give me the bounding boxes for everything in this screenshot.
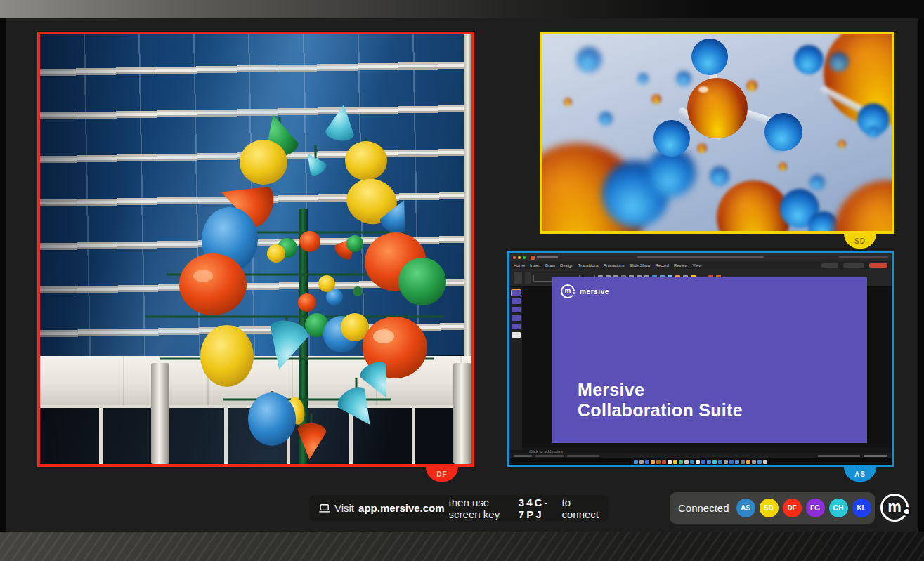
ppt-titlebar (509, 253, 892, 261)
dock-app-icon (684, 460, 689, 464)
dock-app-icon (735, 460, 739, 464)
user-badge-fg: FG (806, 499, 825, 517)
shared-pane-molecules[interactable] (540, 32, 894, 234)
connected-users: ASSDDFFGGHKL (736, 499, 871, 517)
user-badge-as: AS (736, 499, 755, 517)
dock-app-icon (656, 460, 661, 464)
dock-app-icon (673, 460, 677, 464)
dock-app-icon (668, 460, 672, 464)
dock-app-icon (707, 460, 711, 464)
ambient-top-band (0, 0, 924, 18)
slide-thumbnail-2 (512, 298, 521, 304)
mersive-logo-icon: m (561, 284, 575, 298)
paste-button (514, 272, 522, 284)
slide-thumbnail-1 (512, 290, 521, 296)
titlebar-search-field (839, 256, 888, 258)
ppt-ribbon-tab-row: HomeInsertDrawDesignTransitionsAnimation… (509, 261, 892, 269)
dock-app-icon (679, 460, 683, 464)
solstice-display-screen: HomeInsertDrawDesignTransitionsAnimation… (0, 0, 924, 561)
connected-label: Connected (678, 502, 729, 514)
dock-app-icon (757, 460, 762, 464)
slide-thumbnail-6 (512, 332, 521, 338)
ppt-slide: m mersive Mersive Collaboration Suite (552, 277, 867, 443)
ppt-ribbon-tab: Design (560, 263, 573, 268)
user-badge-df: DF (783, 499, 802, 517)
ppt-share-button (869, 263, 887, 268)
ppt-slide-thumbnails (509, 287, 522, 450)
dock-app-icon (696, 460, 700, 464)
dock-app-icon (712, 460, 717, 464)
titlebar-center-text (637, 256, 764, 258)
molecules-photo (542, 34, 892, 231)
clipboard-group (525, 272, 531, 284)
mersive-logo: m (880, 494, 909, 522)
view-buttons (818, 455, 860, 457)
keybar-suffix: to connect (561, 496, 599, 520)
slide-thumbnail-3 (512, 307, 521, 312)
ppt-comments-button (843, 263, 864, 268)
wind-sculpture-photo (40, 34, 471, 464)
ppt-ribbon-tab: Insert (530, 263, 540, 268)
dock-app-icon (701, 460, 705, 464)
slide-title: Mersive Collaboration Suite (578, 380, 743, 421)
window-zoom-icon (523, 256, 526, 259)
dock-app-icon (645, 460, 649, 464)
user-badge-gh: GH (829, 499, 848, 517)
user-badge-kl: KL (852, 499, 871, 517)
window-minimize-icon (518, 256, 521, 259)
dock-app-icon (763, 460, 767, 464)
powerpoint-app-icon (531, 256, 535, 260)
shared-pane-presentation[interactable]: HomeInsertDrawDesignTransitionsAnimation… (507, 251, 894, 467)
dock-app-icon (746, 460, 750, 464)
keybar-prefix: Visit (334, 502, 354, 514)
ppt-ribbon-tab: Slide Show (630, 263, 651, 268)
dock-app-icon (634, 460, 638, 464)
titlebar-document-title (537, 256, 558, 258)
ppt-record-button (821, 263, 838, 268)
mac-dock (509, 458, 892, 465)
mersive-logo-wordmark: mersive (580, 288, 609, 296)
slide-thumbnail-5 (512, 324, 521, 329)
ppt-ribbon-tabs: HomeInsertDrawDesignTransitionsAnimation… (514, 263, 702, 268)
dock-app-icon (639, 460, 644, 464)
slide-thumbnail-4 (512, 315, 521, 321)
dock-app-icon (741, 460, 745, 464)
ppt-status-bar (509, 453, 892, 458)
dock-app-icon (724, 460, 728, 464)
window-close-icon (513, 256, 516, 259)
spell-check-text (535, 455, 564, 457)
ambient-bottom-band (0, 532, 924, 561)
user-badge-sd: SD (760, 499, 779, 517)
dock-app-icon (662, 460, 666, 464)
powerpoint-window: HomeInsertDrawDesignTransitionsAnimation… (509, 253, 892, 465)
ppt-ribbon-tab: View (693, 263, 702, 268)
dock-app-icon (729, 460, 734, 464)
screen-key-bar: Visit app.mersive.com then use screen ke… (309, 495, 609, 521)
connected-panel: Connected ASSDDFFGGHKL (670, 492, 875, 524)
shared-pane-wind-sculpture[interactable] (37, 32, 474, 467)
zoom-slider (864, 455, 887, 457)
dock-app-icon (752, 460, 756, 464)
dock-app-icon (690, 460, 694, 464)
keybar-site: app.mersive.com (358, 502, 445, 514)
screen-key: 34C-7PJ (519, 496, 558, 520)
ppt-ribbon-tab: Transitions (578, 263, 599, 268)
laptop-icon (319, 502, 330, 515)
wind-sculpture (40, 34, 471, 464)
dock-app-icon (718, 460, 722, 464)
ppt-ribbon-tab: Animations (604, 263, 625, 268)
accessibility-text (567, 455, 599, 457)
dock-app-icon (651, 460, 655, 464)
ppt-canvas: m mersive Mersive Collaboration Suite (522, 287, 892, 447)
slide-number-text (514, 455, 532, 457)
ppt-ribbon-tab: Review (674, 263, 688, 268)
ppt-ribbon-tab: Home (514, 263, 525, 268)
keybar-middle: then use screen key (449, 496, 514, 520)
ppt-ribbon-tab: Record (656, 263, 669, 268)
ppt-ribbon-tab: Draw (545, 263, 555, 268)
mersive-slide-logo: m mersive (561, 284, 609, 298)
